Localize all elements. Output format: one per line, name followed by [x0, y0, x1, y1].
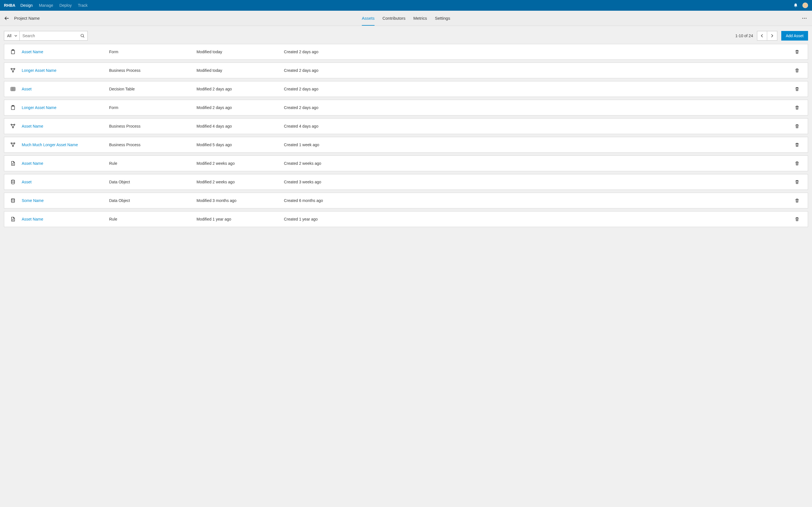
asset-row: Longer Asset NameBusiness ProcessModifie…: [4, 62, 808, 78]
asset-created: Created 3 weeks ago: [284, 180, 795, 184]
asset-modified: Modified 2 weeks ago: [197, 180, 284, 184]
nav-item-track[interactable]: Track: [78, 3, 87, 8]
filter-dropdown[interactable]: All: [4, 31, 19, 41]
delete-asset-button[interactable]: [795, 161, 802, 166]
document-icon: [10, 161, 22, 166]
svg-point-1: [804, 18, 805, 18]
notifications-icon[interactable]: [794, 3, 798, 8]
delete-asset-button[interactable]: [795, 198, 802, 203]
nav-item-deploy[interactable]: Deploy: [59, 3, 72, 8]
asset-created: Created 2 days ago: [284, 87, 795, 91]
asset-type: Form: [109, 50, 197, 54]
asset-created: Created 2 days ago: [284, 105, 795, 110]
asset-list: Asset NameFormModified todayCreated 2 da…: [0, 44, 812, 233]
asset-name-link[interactable]: Longer Asset Name: [22, 68, 56, 73]
asset-created: Created 6 months ago: [284, 198, 795, 203]
asset-type: Business Process: [109, 143, 197, 147]
asset-name-link[interactable]: Asset Name: [22, 124, 43, 128]
clipboard-icon: [10, 105, 22, 110]
search-input-wrap: [19, 31, 88, 41]
asset-name-link[interactable]: Some Name: [22, 198, 44, 203]
user-avatar[interactable]: [802, 3, 808, 8]
add-asset-button[interactable]: Add Asset: [781, 31, 808, 41]
asset-row: Asset NameFormModified todayCreated 2 da…: [4, 44, 808, 60]
asset-type: Rule: [109, 161, 197, 166]
svg-point-2: [806, 18, 807, 18]
asset-created: Created 1 week ago: [284, 143, 795, 147]
svg-point-13: [14, 124, 15, 125]
delete-asset-button[interactable]: [795, 217, 802, 221]
delete-asset-button[interactable]: [795, 68, 802, 73]
asset-type: Data Object: [109, 198, 197, 203]
asset-row: Much Much Longer Asset NameBusiness Proc…: [4, 137, 808, 153]
search-icon[interactable]: [80, 34, 85, 38]
tab-assets[interactable]: Assets: [362, 11, 374, 25]
asset-type: Business Process: [109, 124, 197, 128]
svg-point-3: [81, 34, 83, 37]
asset-row: Asset NameRuleModified 1 year agoCreated…: [4, 211, 808, 227]
delete-asset-button[interactable]: [795, 87, 802, 91]
asset-type: Rule: [109, 217, 197, 221]
asset-name-link[interactable]: Asset Name: [22, 161, 43, 166]
asset-name-link[interactable]: Much Much Longer Asset Name: [22, 143, 78, 147]
asset-name-link[interactable]: Asset Name: [22, 50, 43, 54]
delete-asset-button[interactable]: [795, 105, 802, 110]
search-input[interactable]: [20, 31, 87, 40]
chevron-down-icon: [14, 35, 17, 37]
project-tabs: AssetsContributorsMetricsSettings: [362, 11, 450, 25]
process-icon: [10, 142, 22, 147]
asset-modified: Modified 2 weeks ago: [197, 161, 284, 166]
asset-row: Asset NameRuleModified 2 weeks agoCreate…: [4, 156, 808, 171]
asset-modified: Modified 3 months ago: [197, 198, 284, 203]
asset-created: Created 4 days ago: [284, 124, 795, 128]
nav-item-manage[interactable]: Manage: [39, 3, 53, 8]
delete-asset-button[interactable]: [795, 143, 802, 147]
asset-name-link[interactable]: Asset Name: [22, 217, 43, 221]
pagination-info: 1-10 of 24: [735, 34, 753, 38]
asset-name-link[interactable]: Longer Asset Name: [22, 105, 56, 110]
asset-modified: Modified 5 days ago: [197, 143, 284, 147]
table-icon: [10, 87, 22, 92]
asset-created: Created 2 days ago: [284, 50, 795, 54]
svg-point-18: [11, 180, 14, 181]
clipboard-icon: [10, 49, 22, 54]
more-menu-button[interactable]: [801, 17, 808, 20]
back-button[interactable]: [4, 15, 10, 21]
asset-type: Decision Table: [109, 87, 197, 91]
pager: [757, 31, 777, 41]
next-page-button[interactable]: [767, 31, 777, 41]
delete-asset-button[interactable]: [795, 124, 802, 128]
asset-name-link[interactable]: Asset: [22, 180, 32, 184]
asset-modified: Modified 1 year ago: [197, 217, 284, 221]
svg-point-15: [11, 143, 12, 144]
svg-point-12: [11, 124, 12, 125]
asset-name-link[interactable]: Asset: [22, 87, 32, 91]
database-icon: [10, 198, 22, 203]
delete-asset-button[interactable]: [795, 50, 802, 54]
asset-modified: Modified 2 days ago: [197, 105, 284, 110]
asset-row: Asset NameBusiness ProcessModified 4 day…: [4, 118, 808, 134]
asset-type: Form: [109, 105, 197, 110]
database-icon: [10, 179, 22, 184]
asset-modified: Modified today: [197, 68, 284, 73]
svg-point-14: [12, 127, 13, 128]
nav-item-design[interactable]: Design: [20, 3, 33, 8]
delete-asset-button[interactable]: [795, 180, 802, 184]
filter-label: All: [7, 34, 11, 38]
asset-modified: Modified today: [197, 50, 284, 54]
top-nav: DesignManageDeployTrack: [20, 3, 87, 8]
tab-metrics[interactable]: Metrics: [413, 11, 427, 25]
svg-point-16: [14, 143, 15, 144]
assets-toolbar: All 1-10 of 24 Add Asset: [0, 26, 812, 44]
tab-contributors[interactable]: Contributors: [382, 11, 405, 25]
brand-logo: RHBA: [4, 3, 15, 8]
asset-row: Some NameData ObjectModified 3 months ag…: [4, 193, 808, 209]
topbar: RHBA DesignManageDeployTrack: [0, 0, 812, 11]
asset-modified: Modified 2 days ago: [197, 87, 284, 91]
prev-page-button[interactable]: [757, 31, 767, 41]
asset-row: AssetData ObjectModified 2 weeks agoCrea…: [4, 174, 808, 190]
svg-point-7: [14, 68, 15, 69]
tab-settings[interactable]: Settings: [435, 11, 450, 25]
svg-point-0: [802, 18, 803, 18]
asset-created: Created 2 days ago: [284, 68, 795, 73]
